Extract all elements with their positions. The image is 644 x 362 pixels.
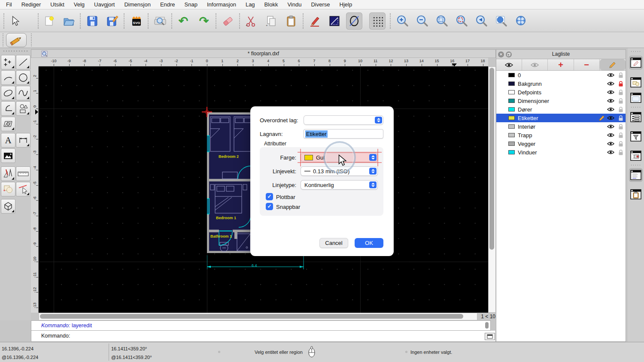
text-tool-button[interactable]: A — [1, 133, 15, 148]
zoom-extents-button[interactable] — [454, 12, 470, 30]
line-box-button[interactable] — [326, 12, 343, 30]
layer-visibility-icon[interactable] — [607, 81, 614, 87]
menu-item-informasjon[interactable]: Informasjon — [207, 1, 236, 8]
command-panel-button[interactable] — [485, 333, 495, 340]
menu-item-snap[interactable]: Snap — [185, 1, 197, 8]
menu-item-rediger[interactable]: Rediger — [21, 1, 41, 8]
layer-row[interactable]: Vegger — [496, 139, 626, 148]
add-layer-button[interactable]: + — [548, 59, 574, 70]
menu-item-uavgjort[interactable]: Uavgjort — [94, 1, 115, 8]
vertical-scrollbar[interactable] — [488, 66, 496, 313]
measure-tool-button[interactable] — [16, 166, 30, 181]
edit-layer-button[interactable] — [600, 59, 626, 70]
parent-layer-dropdown[interactable] — [304, 115, 383, 125]
layer-visibility-icon[interactable] — [607, 98, 614, 105]
viewport-panel-toggle[interactable] — [629, 149, 643, 163]
horizontal-scrollbar[interactable] — [39, 313, 477, 320]
ellipse-tool-button[interactable] — [1, 86, 15, 100]
arc-tool-button[interactable] — [1, 70, 15, 85]
layer-row[interactable]: Bakgrunn — [496, 79, 626, 88]
layer-visibility-icon[interactable] — [607, 133, 614, 139]
zoom-previous-button[interactable] — [474, 12, 490, 30]
layer-row[interactable]: Trapp — [496, 131, 626, 139]
layer-row[interactable]: Defpoints — [496, 88, 626, 97]
layer-name-input[interactable]: Etiketter — [304, 129, 383, 139]
layer-panel-header[interactable]: ✕ Lagliste — [496, 50, 626, 59]
library-panel-toggle[interactable] — [629, 91, 643, 105]
cancel-button[interactable]: Cancel — [319, 238, 348, 248]
layer-panel-toggle[interactable] — [629, 56, 643, 69]
scrollbar-thumb[interactable] — [489, 68, 494, 250]
filter-panel-toggle[interactable] — [629, 130, 643, 143]
menu-item-vindu[interactable]: Vindu — [287, 1, 301, 8]
layer-visibility-icon[interactable] — [607, 115, 614, 122]
zoom-pan-button[interactable] — [513, 12, 529, 30]
print-preview-button[interactable] — [152, 12, 168, 30]
dimension-tool-button[interactable] — [16, 133, 30, 148]
modify-shapes-button[interactable] — [1, 182, 15, 196]
list-panel-toggle[interactable] — [629, 110, 643, 124]
layer-lock-icon[interactable] — [618, 98, 623, 106]
undo-button[interactable]: ↶ — [175, 12, 191, 30]
menu-item-hjelp[interactable]: Hjelp — [340, 1, 352, 8]
new-file-button[interactable] — [41, 12, 57, 30]
image-tool-button[interactable] — [1, 148, 15, 163]
hide-all-layers-button[interactable] — [522, 59, 548, 70]
grid-toggle-button[interactable] — [369, 12, 386, 30]
pen-tool-button[interactable] — [6, 33, 27, 47]
drawing-window-titlebar[interactable]: * floorplan.dxf — [31, 49, 496, 58]
modify-tool-button[interactable] — [1, 166, 15, 181]
layer-lock-icon[interactable] — [618, 149, 623, 157]
spline-tool-button[interactable] — [16, 86, 30, 100]
layer-row[interactable]: Etiketter — [496, 114, 626, 122]
draw-order-button[interactable] — [307, 12, 323, 30]
paste-button[interactable] — [283, 12, 299, 30]
solid-3d-button[interactable] — [1, 199, 15, 214]
select-entity-button[interactable] — [16, 182, 30, 196]
cut-button[interactable]: + — [243, 12, 259, 30]
layer-row[interactable]: 0 — [496, 71, 626, 79]
menu-item-velg[interactable]: Velg — [74, 1, 85, 8]
line-tool-button[interactable] — [16, 55, 30, 69]
remove-layer-button[interactable]: − — [574, 59, 600, 70]
zoom-window-button[interactable] — [493, 12, 510, 30]
show-all-layers-button[interactable] — [496, 59, 522, 70]
menu-item-blokk[interactable]: Blokk — [264, 1, 278, 8]
ok-button[interactable]: OK — [355, 238, 383, 248]
plottable-checkbox[interactable]: ✓ — [266, 193, 273, 200]
layer-visibility-icon[interactable] — [607, 72, 614, 79]
point-tool-button[interactable] — [1, 55, 15, 69]
layer-row[interactable]: Dimensjoner — [496, 97, 626, 105]
layer-visibility-icon[interactable] — [607, 90, 614, 96]
menu-item-lag[interactable]: Lag — [246, 1, 255, 8]
menu-item-fil[interactable]: Fil — [6, 1, 12, 8]
layer-row[interactable]: Vinduer — [496, 148, 626, 157]
command-prompt[interactable]: Kommando: — [31, 331, 496, 342]
layer-row[interactable]: Interiør — [496, 122, 626, 131]
layer-row[interactable]: Dører — [496, 105, 626, 114]
hatch-tool-button[interactable] — [1, 117, 15, 131]
property-panel-toggle[interactable] — [629, 168, 643, 182]
layer-lock-icon[interactable] — [618, 81, 623, 88]
save-as-button[interactable] — [104, 12, 121, 30]
layer-lock-icon[interactable] — [618, 106, 623, 114]
delete-button[interactable] — [220, 12, 236, 30]
circle-slash-button[interactable] — [346, 12, 362, 30]
linetype-dropdown[interactable]: Kontinuerlig — [301, 180, 378, 190]
zoom-in-button[interactable] — [395, 12, 411, 30]
menu-item-endre[interactable]: Endre — [160, 1, 175, 8]
layer-visibility-icon[interactable] — [607, 141, 614, 148]
clipboard-panel-toggle[interactable] — [629, 187, 643, 201]
layer-lock-icon[interactable] — [618, 115, 623, 123]
save-button[interactable] — [84, 12, 100, 30]
svg-export-button[interactable]: SVG — [128, 12, 145, 30]
history-scrollbar-thumb[interactable] — [485, 322, 489, 329]
polyline-tool-button[interactable] — [1, 101, 15, 116]
layer-lock-icon[interactable] — [618, 141, 623, 148]
open-file-button[interactable] — [61, 12, 77, 30]
layer-lock-icon[interactable] — [618, 132, 623, 140]
block-panel-toggle[interactable] — [629, 75, 643, 89]
zoom-auto-button[interactable] — [434, 12, 450, 30]
scrollbar-thumb[interactable] — [40, 314, 463, 319]
select-arrow-button[interactable] — [7, 12, 23, 30]
